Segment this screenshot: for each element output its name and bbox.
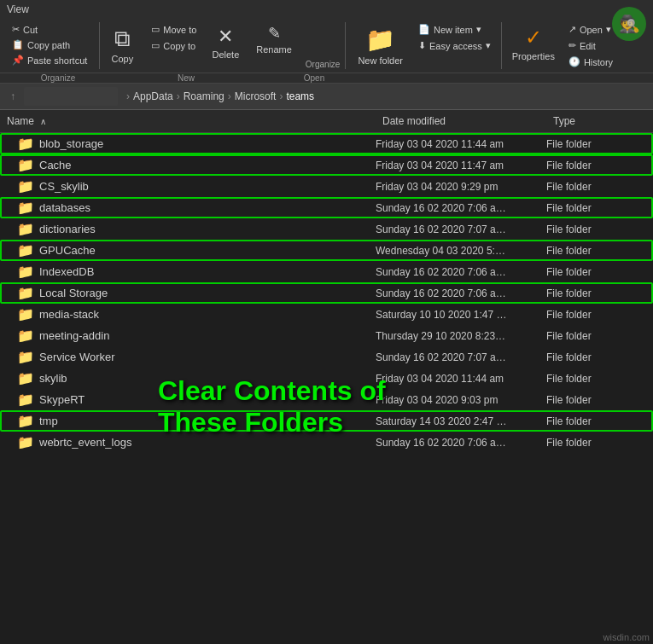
- file-name-cell: 📁 IndexedDB: [0, 264, 376, 280]
- file-name-cell: 📁 skylib: [0, 370, 376, 386]
- header-bar: View: [0, 0, 653, 19]
- table-row[interactable]: 📁 webrtc_event_logs Sunday 16 02 2020 7:…: [0, 432, 653, 453]
- file-type-cell: File folder: [546, 309, 653, 321]
- col-header-type[interactable]: Type: [546, 113, 653, 129]
- paste-shortcut-button[interactable]: 📌 Paste shortcut: [7, 53, 92, 67]
- open-group-label: Open: [263, 73, 365, 83]
- breadcrumb-microsoft[interactable]: Microsoft: [235, 90, 277, 102]
- file-name-text: webrtc_event_logs: [39, 436, 131, 449]
- file-name-text: blob_storage: [39, 137, 103, 150]
- history-icon: 🕐: [568, 56, 580, 67]
- table-row[interactable]: 📁 tmp Saturday 14 03 2020 2:47 … File fo…: [0, 410, 653, 432]
- file-date-cell: Sunday 16 02 2020 7:07 a…: [376, 223, 546, 235]
- file-date-cell: Friday 03 04 2020 9:29 pm: [376, 181, 546, 193]
- open-button[interactable]: ↗ Open ▾: [563, 22, 618, 37]
- file-name-text: media-stack: [39, 308, 99, 321]
- new-item-icon: 📄: [418, 24, 430, 35]
- table-row[interactable]: 📁 Cache Friday 03 04 2020 11:47 am File …: [0, 154, 653, 176]
- file-name-cell: 📁 GPUCache: [0, 242, 376, 258]
- clipboard-group: ✂ Cut 📋 Copy path 📌 Paste shortcut: [7, 22, 100, 69]
- col-header-date[interactable]: Date modified: [376, 113, 546, 129]
- file-name-text: meeting-addin: [39, 329, 109, 342]
- breadcrumb-roaming[interactable]: Roaming: [184, 90, 224, 102]
- file-name-cell: 📁 Local Storage: [0, 285, 376, 301]
- file-date-cell: Saturday 14 03 2020 2:47 …: [376, 415, 546, 427]
- file-type-cell: File folder: [546, 437, 653, 449]
- file-date-cell: Friday 03 04 2020 9:03 pm: [376, 394, 546, 406]
- table-row[interactable]: 📁 media-stack Saturday 10 10 2020 1:47 ……: [0, 304, 653, 325]
- table-row[interactable]: 📁 GPUCache Wednesday 04 03 2020 5:… File…: [0, 240, 653, 261]
- new-item-button[interactable]: 📄 New item ▾: [413, 22, 496, 37]
- breadcrumb: › AppData › Roaming › Microsoft › teams: [126, 90, 314, 102]
- table-row[interactable]: 📁 CS_skylib Friday 03 04 2020 9:29 pm Fi…: [0, 176, 653, 197]
- file-date-cell: Sunday 16 02 2020 7:07 a…: [376, 351, 546, 363]
- file-name-cell: 📁 tmp: [0, 413, 376, 429]
- file-name-text: GPUCache: [39, 244, 96, 257]
- folder-icon: 📁: [17, 136, 34, 152]
- breadcrumb-sep-3: ›: [228, 90, 231, 102]
- new-folder-button[interactable]: 📁 New folder: [351, 22, 410, 69]
- file-name-text: databases: [39, 201, 90, 214]
- file-type-cell: File folder: [546, 266, 653, 278]
- view-tab-label[interactable]: View: [7, 3, 29, 15]
- file-date-cell: Wednesday 04 03 2020 5:…: [376, 245, 546, 257]
- organize-group-label: Organize: [7, 73, 109, 83]
- file-date-cell: Friday 03 04 2020 11:44 am: [376, 373, 546, 385]
- table-row[interactable]: 📁 SkypeRT Friday 03 04 2020 9:03 pm File…: [0, 389, 653, 410]
- new-items-area: 📄 New item ▾ ⬇ Easy access ▾: [413, 22, 496, 53]
- copy-path-icon: 📋: [12, 39, 24, 50]
- rename-button[interactable]: ✎ Rename: [249, 22, 299, 56]
- move-to-button[interactable]: ▭ Move to: [146, 22, 201, 37]
- folder-icon: 📁: [17, 157, 34, 173]
- file-name-text: tmp: [39, 415, 58, 427]
- new-item-label: New item: [434, 25, 473, 35]
- file-type-cell: File folder: [546, 138, 653, 150]
- folder-icon: 📁: [17, 200, 34, 216]
- copy-button[interactable]: ⧉ Copy: [102, 22, 143, 67]
- table-row[interactable]: 📁 Service Worker Sunday 16 02 2020 7:07 …: [0, 346, 653, 368]
- table-row[interactable]: 📁 dictionaries Sunday 16 02 2020 7:07 a……: [0, 218, 653, 240]
- up-arrow-icon[interactable]: ↑: [7, 89, 19, 104]
- table-row[interactable]: 📁 databases Sunday 16 02 2020 7:06 a… Fi…: [0, 197, 653, 218]
- file-name-text: Cache: [39, 159, 72, 171]
- history-button[interactable]: 🕐 History: [563, 55, 618, 69]
- move-copy-area: ▭ Move to ▭ Copy to: [146, 22, 201, 53]
- delete-button[interactable]: ✕ Delete: [205, 22, 246, 63]
- breadcrumb-teams[interactable]: teams: [286, 90, 314, 102]
- file-name-cell: 📁 media-stack: [0, 306, 376, 322]
- file-type-cell: File folder: [546, 351, 653, 363]
- address-bar: ↑ › AppData › Roaming › Microsoft › team…: [0, 84, 653, 110]
- table-row[interactable]: 📁 Local Storage Sunday 16 02 2020 7:06 a…: [0, 282, 653, 304]
- new-folder-icon: 📁: [365, 26, 395, 54]
- copy-path-label: Copy path: [27, 40, 70, 50]
- easy-access-button[interactable]: ⬇ Easy access ▾: [413, 38, 496, 53]
- table-row[interactable]: 📁 IndexedDB Sunday 16 02 2020 7:06 a… Fi…: [0, 261, 653, 282]
- file-list: 📁 blob_storage Friday 03 04 2020 11:44 a…: [0, 133, 653, 453]
- breadcrumb-separator-1: ›: [126, 90, 130, 102]
- edit-button[interactable]: ✏ Edit: [563, 38, 618, 53]
- cut-button[interactable]: ✂ Cut: [7, 22, 92, 37]
- organize-label: Organize: [302, 60, 341, 69]
- folder-icon: 📁: [17, 349, 34, 365]
- copy-to-label: Copy to: [163, 41, 195, 51]
- file-name-text: SkypeRT: [39, 393, 85, 406]
- folder-icon: 📁: [17, 392, 34, 408]
- copy-path-button[interactable]: 📋 Copy path: [7, 38, 92, 52]
- folder-icon: 📁: [17, 285, 34, 301]
- new-item-arrow: ▾: [476, 24, 481, 35]
- move-icon: ▭: [151, 24, 160, 35]
- col-header-name[interactable]: Name ∧: [0, 113, 376, 129]
- copy-to-button[interactable]: ▭ Copy to: [146, 38, 201, 53]
- copy-icon: ⧉: [114, 26, 131, 52]
- ribbon: ✂ Cut 📋 Copy path 📌 Paste shortcut ⧉ Cop…: [0, 19, 653, 84]
- table-row[interactable]: 📁 blob_storage Friday 03 04 2020 11:44 a…: [0, 133, 653, 154]
- properties-button[interactable]: ✓ Properties: [507, 22, 560, 65]
- separator-1: [345, 22, 346, 69]
- table-row[interactable]: 📁 skylib Friday 03 04 2020 11:44 am File…: [0, 368, 653, 389]
- table-row[interactable]: 📁 meeting-addin Thursday 29 10 2020 8:23…: [0, 325, 653, 346]
- breadcrumb-appdata[interactable]: AppData: [133, 90, 173, 102]
- edit-icon: ✏: [568, 40, 576, 51]
- folder-icon: 📁: [17, 178, 34, 194]
- file-name-cell: 📁 webrtc_event_logs: [0, 434, 376, 450]
- file-name-cell: 📁 meeting-addin: [0, 328, 376, 344]
